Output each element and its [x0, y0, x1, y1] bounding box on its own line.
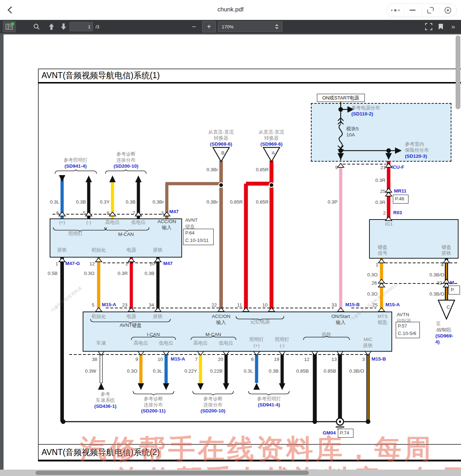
next-page-button[interactable] — [57, 21, 70, 32]
pin-number: 10 — [158, 357, 163, 363]
diagram-label: 参考 — [101, 391, 110, 397]
notification-dot — [11, 22, 14, 26]
fullscreen-button[interactable] — [423, 21, 435, 32]
pin-number: 7 — [132, 210, 135, 216]
pin-number: 12 — [89, 261, 95, 267]
pin-number: 6 — [56, 210, 59, 216]
diagram-label: 转换器 — [214, 135, 229, 141]
diagram-label: 至AVNT — [436, 321, 453, 333]
diagram-label: 参考照明灯 — [64, 157, 88, 163]
pin-number: 9 — [335, 165, 338, 171]
page-reference-box: P. — [449, 286, 460, 294]
diagram-label: AVTN — [397, 312, 409, 318]
connector-name: GM04 — [323, 430, 336, 436]
spinner-icon — [275, 24, 279, 29]
restore-window-icon[interactable] — [422, 6, 439, 14]
wire-label: 0.3R — [375, 178, 385, 184]
diagram-top-border — [38, 69, 461, 69]
wire-label: 0.3B — [144, 271, 154, 277]
pin-number: 25 — [380, 189, 385, 195]
search-button[interactable] — [31, 21, 43, 32]
connector-name: M — [450, 280, 454, 286]
pin-number: 6 — [251, 357, 254, 363]
connector-name: M15-A — [102, 302, 116, 308]
pin-number: 3 — [362, 357, 365, 363]
window-controls — [386, 4, 457, 17]
pin-number: 34 — [149, 302, 154, 308]
diagram-label: 键盘 — [185, 224, 195, 230]
horizontal-scrollbar-thumb[interactable] — [35, 471, 309, 475]
horizontal-scrollbar-track[interactable] — [0, 470, 461, 476]
zoom-out-button[interactable]: − — [188, 21, 200, 32]
wire-label: 0.5B — [48, 271, 57, 277]
wire-label: 0.22Y — [185, 368, 197, 374]
pin-number: 5 — [92, 302, 94, 308]
pin-number: 1 — [55, 261, 58, 267]
more-options-icon[interactable] — [387, 6, 404, 14]
wire-label: 0.3W — [85, 368, 96, 374]
wire-label: 0.3B — [269, 368, 279, 374]
diagram-label: 参考诊断 — [116, 151, 136, 157]
wire-label: 0.3P — [328, 199, 337, 205]
wire-label: 0.3Br — [207, 167, 218, 173]
pin-number: 20 — [218, 357, 223, 363]
page-reference-box: P.46 — [393, 195, 408, 204]
wire-label: 0.3B/O — [429, 272, 444, 278]
diagram-label: C — [446, 304, 450, 310]
pin-number: 13 — [331, 357, 337, 363]
pdf-toolbar: /3 − + 170% » — [0, 20, 461, 33]
page-number-input[interactable] — [70, 22, 93, 31]
minimize-icon[interactable] — [404, 6, 422, 14]
pin-number: 21 — [380, 165, 386, 171]
connector-name: ICU-F — [391, 164, 404, 171]
pin-number: 19 — [274, 357, 279, 363]
connector-name: M47 — [163, 261, 172, 267]
diagram-label: 控制器 — [397, 318, 411, 324]
diagram-label: 转换器 — [264, 135, 279, 141]
pin-number: 4 — [441, 262, 444, 268]
previous-page-button[interactable] — [45, 21, 57, 32]
wire-label: 0.3B/O — [429, 291, 444, 297]
vertical-scrollbar-thumb[interactable] — [456, 36, 460, 109]
pin-number: 12 — [304, 357, 309, 363]
bookmark-button[interactable] — [435, 21, 447, 32]
wire-label: 0.3R — [375, 200, 385, 206]
diagram-label: AVNT — [185, 217, 198, 223]
connector-name: (SD200-11) — [141, 408, 165, 414]
pin-number: 2 — [383, 210, 386, 216]
diagram-label: 参考诊断 — [144, 396, 163, 402]
pin-number: 32 — [437, 280, 442, 286]
ig1-box — [369, 219, 459, 259]
connector-name: (SD969-6) — [210, 141, 232, 147]
connector-name: (SD969-4) — [435, 333, 453, 345]
zoom-level-select[interactable]: 170% — [218, 21, 282, 32]
gray-watermark: 汽修帮手在线资料库 — [50, 286, 83, 313]
diagram-label: 参考诊断 — [203, 396, 223, 402]
connector-name: (SD969-6) — [260, 141, 282, 147]
toolbar-overflow-button[interactable]: » — [447, 21, 459, 32]
connector-name: (SD200-10) — [201, 408, 225, 414]
page-reference-box: P.64 C.10-10/11 — [183, 229, 214, 245]
avnt-keypad-box — [50, 218, 182, 258]
sidebar-toggle-button[interactable] — [3, 21, 16, 32]
wire-label: 0.3L — [244, 368, 253, 374]
diagram-label: A — [271, 150, 275, 156]
diagram-label: 从直流-直流 — [208, 129, 234, 135]
zoom-level-value: 170% — [222, 24, 234, 29]
pin-number: 7 — [195, 357, 198, 363]
wire-label: 0.85B — [324, 368, 336, 374]
zoom-in-button[interactable]: + — [202, 21, 216, 32]
title2-rule — [38, 460, 461, 461]
wire-label: 0.3O — [127, 368, 137, 374]
wire-label: 0.3Br — [153, 199, 164, 205]
pin-number: 5 — [83, 210, 86, 216]
diagram-label: B — [221, 150, 224, 156]
target-icon[interactable] — [439, 6, 456, 14]
wire-label: 0.3Br — [207, 199, 218, 205]
pin-number: 22 — [212, 302, 217, 308]
connector-name: (SD941-4) — [65, 163, 87, 169]
page-reference-box: P.57 C.10-5/6 — [396, 322, 420, 338]
browser-window: chunk.pdf — [0, 0, 461, 476]
diagram-label: 连接分布 — [203, 402, 223, 408]
pin-number: 11 — [237, 302, 242, 308]
